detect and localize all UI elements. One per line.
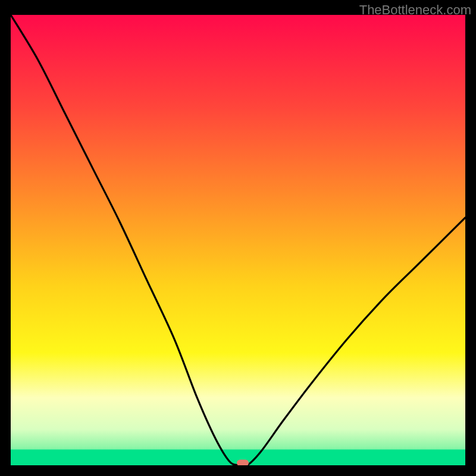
chart-area <box>11 15 465 465</box>
chart-background <box>11 15 465 465</box>
svg-rect-0 <box>11 15 465 465</box>
optimal-marker <box>237 460 249 466</box>
